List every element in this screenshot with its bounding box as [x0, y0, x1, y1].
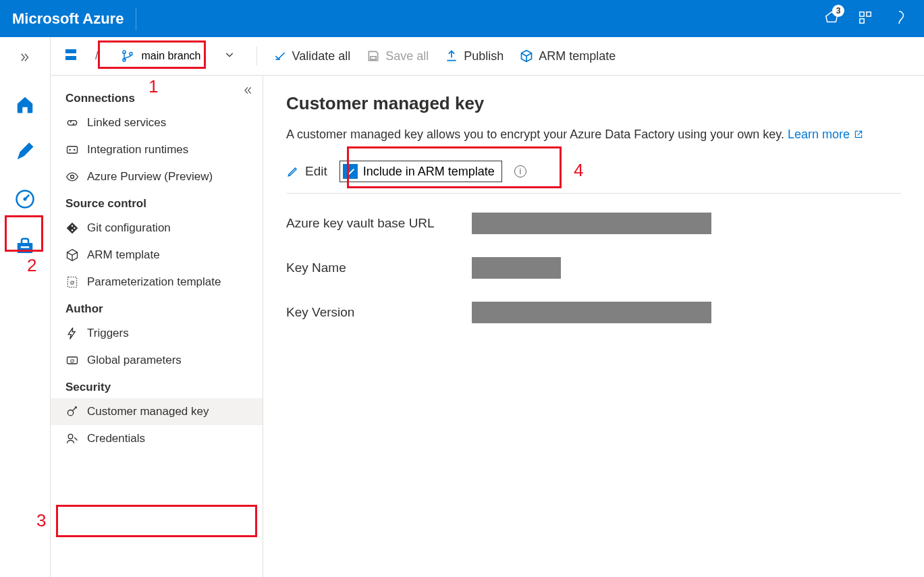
sidebar-item-credentials[interactable]: Credentials — [51, 425, 263, 452]
eye-icon — [65, 170, 79, 184]
feedback-button[interactable] — [858, 10, 873, 28]
info-icon[interactable]: i — [514, 165, 526, 177]
azure-top-bar: Microsoft Azure 3 — [0, 0, 924, 37]
sidebar-item-git-config[interactable]: Git configuration — [51, 215, 263, 242]
home-icon — [15, 94, 35, 115]
branch-icon — [121, 49, 134, 63]
key-icon — [65, 405, 79, 418]
svg-point-22 — [67, 410, 73, 416]
chevron-double-right-icon — [19, 51, 31, 63]
save-icon — [366, 49, 380, 63]
sidebar-item-arm-template[interactable]: ARM template — [51, 242, 263, 269]
cube-icon — [520, 49, 533, 63]
topbar-actions: 3 — [824, 10, 912, 28]
rail-monitor[interactable] — [11, 186, 38, 213]
credentials-icon — [65, 432, 79, 445]
publish-button[interactable]: Publish — [445, 49, 504, 63]
at-icon: @ — [65, 354, 79, 367]
section-source-control: Source control — [51, 190, 263, 215]
rail-manage[interactable] — [11, 233, 38, 260]
main-panel: Customer managed key A customer managed … — [263, 76, 924, 577]
help-button[interactable] — [892, 10, 906, 28]
field-key-version: Key Version — [286, 302, 901, 323]
sidebar-item-integration-runtimes[interactable]: Integration runtimes — [51, 136, 263, 163]
left-rail — [0, 37, 51, 577]
git-icon — [65, 221, 79, 235]
branch-dropdown[interactable] — [224, 49, 235, 63]
validate-all-button[interactable]: Validate all — [273, 49, 351, 63]
edit-row: Edit Include in ARM template i — [286, 157, 901, 194]
include-arm-checkbox[interactable]: Include in ARM template — [339, 161, 502, 182]
svg-rect-0 — [860, 11, 864, 16]
breadcrumb-sep: / — [95, 50, 98, 62]
redacted-value — [472, 213, 711, 234]
field-base-url: Azure key vault base URL — [286, 213, 901, 234]
manage-sidebar: Connections Linked services Integration … — [51, 76, 263, 577]
external-link-icon — [853, 129, 864, 140]
param-icon: @ — [65, 275, 79, 289]
sidebar-item-param-template[interactable]: @ Parameterization template — [51, 269, 263, 296]
redacted-value — [472, 302, 711, 323]
svg-point-9 — [130, 53, 132, 55]
svg-point-23 — [68, 434, 73, 439]
svg-point-7 — [123, 51, 126, 53]
secondary-toolbar: / main branch Validate all Save all Publ… — [51, 37, 924, 76]
app-body: / main branch Validate all Save all Publ… — [0, 37, 924, 577]
notifications-count: 3 — [832, 5, 844, 17]
learn-more-link[interactable]: Learn more — [788, 128, 864, 141]
runtime-icon — [65, 143, 79, 157]
svg-rect-6 — [21, 246, 30, 248]
expand-rail-button[interactable] — [11, 49, 38, 65]
sidebar-item-cmk[interactable]: Customer managed key — [51, 398, 263, 425]
svg-point-16 — [74, 227, 76, 229]
svg-point-17 — [72, 229, 74, 231]
svg-rect-10 — [371, 57, 376, 59]
page-description: A customer managed key allows you to enc… — [286, 128, 901, 142]
svg-point-15 — [72, 225, 74, 227]
checkbox-checked-icon — [343, 164, 358, 179]
redacted-value — [472, 257, 561, 279]
svg-point-14 — [71, 175, 74, 179]
work-column: / main branch Validate all Save all Publ… — [51, 37, 924, 577]
pencil-icon — [15, 142, 35, 162]
svg-rect-2 — [860, 18, 864, 22]
help-icon — [892, 10, 906, 25]
rail-home[interactable] — [11, 91, 38, 118]
chevron-double-left-icon — [242, 85, 253, 96]
chevron-down-icon — [224, 49, 235, 60]
brand-label: Microsoft Azure — [12, 10, 124, 28]
arm-template-button[interactable]: ARM template — [520, 49, 616, 63]
svg-text:@: @ — [70, 279, 75, 285]
collapse-sidebar-button[interactable] — [242, 85, 253, 99]
save-all-button[interactable]: Save all — [366, 49, 429, 63]
feedback-icon — [858, 10, 873, 25]
edit-button[interactable]: Edit — [286, 164, 327, 179]
cube-icon — [65, 248, 79, 262]
toolbox-icon — [15, 236, 35, 256]
content-body: Connections Linked services Integration … — [51, 76, 924, 577]
section-security: Security — [51, 374, 263, 398]
field-key-name: Key Name — [286, 257, 901, 279]
divider — [136, 7, 136, 30]
rail-author[interactable] — [11, 138, 38, 165]
section-connections: Connections — [51, 85, 263, 109]
adf-icon — [63, 47, 79, 65]
svg-point-4 — [24, 198, 27, 201]
gauge-icon — [15, 189, 35, 209]
svg-rect-11 — [67, 146, 78, 153]
section-author: Author — [51, 296, 263, 320]
link-icon — [65, 116, 79, 130]
branch-selector[interactable]: main branch — [114, 47, 207, 65]
sidebar-item-azure-purview[interactable]: Azure Purview (Preview) — [51, 163, 263, 190]
pencil-icon — [286, 165, 300, 178]
sidebar-item-triggers[interactable]: Triggers — [51, 320, 263, 347]
sidebar-item-global-params[interactable]: @ Global parameters — [51, 347, 263, 374]
notifications-button[interactable]: 3 — [824, 10, 839, 28]
svg-point-12 — [69, 149, 71, 151]
sidebar-item-linked-services[interactable]: Linked services — [51, 109, 263, 136]
svg-text:@: @ — [70, 358, 75, 364]
upload-icon — [445, 49, 458, 63]
svg-rect-1 — [867, 11, 871, 16]
check-icon — [273, 49, 287, 63]
svg-point-13 — [74, 149, 76, 151]
